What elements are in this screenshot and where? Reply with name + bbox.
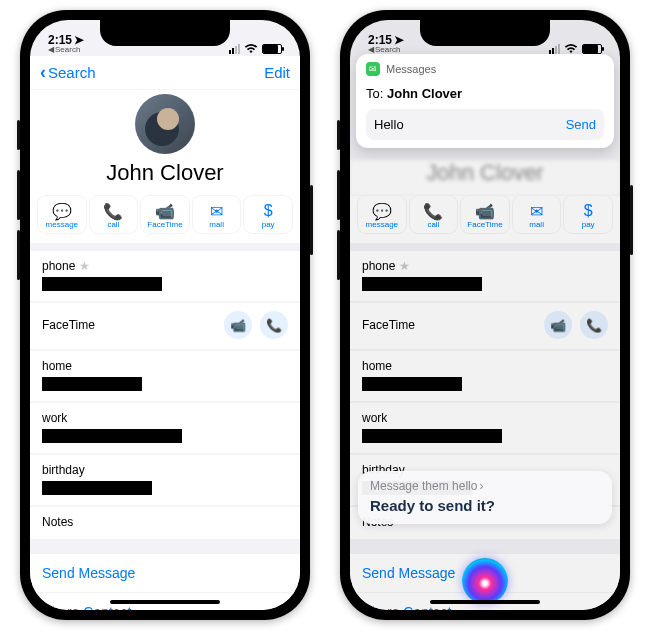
messages-app-icon: ✉ [366,62,380,76]
notch [100,20,230,46]
dollar-icon: $ [564,202,612,220]
iphone-right: 2:15➤ ◀Search ✉Messages To: John Clover … [340,10,630,620]
field-work[interactable]: work [350,402,620,453]
action-pay[interactable]: $pay [244,196,292,233]
messages-compose-card: ✉Messages To: John Clover Send [356,54,614,148]
facetime-audio-button[interactable]: 📞 [580,311,608,339]
facetime-video-button[interactable]: 📹 [224,311,252,339]
action-message[interactable]: 💬message [38,196,86,233]
video-icon: 📹 [550,318,566,333]
battery-icon [262,44,282,54]
action-facetime[interactable]: 📹FaceTime [461,196,509,233]
wifi-icon [564,44,578,54]
video-icon: 📹 [461,202,509,220]
back-button[interactable]: ‹Search [40,62,96,83]
action-pay[interactable]: $pay [564,196,612,233]
edit-button[interactable]: Edit [264,64,290,81]
compose-input-row: Send [366,109,604,140]
screen-contacts: 2:15➤ ◀Search ‹Search Edit John Clover 💬… [30,20,300,610]
phone-icon: 📞 [90,202,138,220]
field-phone[interactable]: phone★ [30,251,300,301]
facetime-audio-button[interactable]: 📞 [260,311,288,339]
battery-icon [582,44,602,54]
action-call[interactable]: 📞call [410,196,458,233]
siri-card[interactable]: Message them hello › Ready to send it? [358,471,612,524]
phone-icon: 📞 [410,202,458,220]
action-mail[interactable]: ✉mail [513,196,561,233]
compose-to-line: To: John Clover [366,82,604,109]
contact-name-blurred: John Clover [350,160,620,196]
field-facetime: FaceTime 📹 📞 [350,302,620,349]
action-mail[interactable]: ✉mail [193,196,241,233]
video-icon: 📹 [141,202,189,220]
message-icon: 💬 [38,202,86,220]
action-row: 💬message 📞call 📹FaceTime ✉mail $pay [30,196,300,243]
iphone-left: 2:15➤ ◀Search ‹Search Edit John Clover 💬… [20,10,310,620]
notch [420,20,550,46]
send-button[interactable]: Send [558,117,596,132]
action-message[interactable]: 💬message [358,196,406,233]
contact-header: John Clover [30,90,300,196]
star-icon: ★ [399,259,410,273]
link-send-message[interactable]: Send Message [30,553,300,592]
mail-icon: ✉ [193,202,241,220]
field-facetime: FaceTime 📹 📞 [30,302,300,349]
field-birthday[interactable]: birthday [30,454,300,505]
redacted-value [362,377,462,391]
redacted-value [42,277,162,291]
contact-name: John Clover [30,160,300,186]
breadcrumb[interactable]: ◀Search [48,46,84,54]
siri-orb-icon[interactable] [462,558,508,604]
action-row: 💬message 📞call 📹FaceTime ✉mail $pay [350,196,620,243]
redacted-value [362,277,482,291]
field-home[interactable]: home [30,350,300,401]
home-indicator[interactable] [430,600,540,604]
phone-icon: 📞 [266,318,282,333]
phone-icon: 📞 [586,318,602,333]
mail-icon: ✉ [513,202,561,220]
star-icon: ★ [79,259,90,273]
cell-signal-icon [229,44,240,54]
siri-suggestion: Message them hello › [370,479,600,493]
cell-signal-icon [549,44,560,54]
redacted-value [362,429,502,443]
siri-prompt: Ready to send it? [370,497,600,514]
redacted-value [42,429,182,443]
action-facetime[interactable]: 📹FaceTime [141,196,189,233]
message-icon: 💬 [358,202,406,220]
messages-app-label: Messages [386,63,436,75]
facetime-video-button[interactable]: 📹 [544,311,572,339]
dollar-icon: $ [244,202,292,220]
field-home[interactable]: home [350,350,620,401]
redacted-value [42,377,142,391]
breadcrumb[interactable]: ◀Search [368,46,404,54]
chevron-right-icon: › [479,479,483,493]
field-notes[interactable]: Notes [30,506,300,539]
redacted-value [42,481,152,495]
field-phone[interactable]: phone★ [350,251,620,301]
nav-bar: ‹Search Edit [30,56,300,90]
video-icon: 📹 [230,318,246,333]
avatar[interactable] [135,94,195,154]
action-call[interactable]: 📞call [90,196,138,233]
wifi-icon [244,44,258,54]
screen-siri: 2:15➤ ◀Search ✉Messages To: John Clover … [350,20,620,610]
compose-text-input[interactable] [374,117,558,132]
chevron-left-icon: ‹ [40,62,46,83]
home-indicator[interactable] [110,600,220,604]
field-work[interactable]: work [30,402,300,453]
